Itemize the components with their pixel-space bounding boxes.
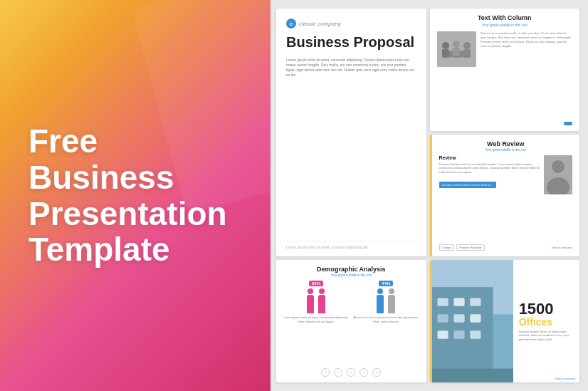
svg-rect-15: [437, 298, 448, 306]
svg-rect-7: [463, 49, 471, 58]
slide2-subtitle: Your great subtitle in this row: [437, 23, 573, 27]
slide5-col2-text: At vero eos et accusamus et iusto odio d…: [353, 316, 419, 323]
svg-point-2: [442, 42, 449, 49]
slide5-silhouette2: [375, 288, 397, 313]
slide5-col1: 56% Lorem ipsum dolor sit amet, consecte…: [283, 281, 349, 365]
slide3-title: Web Review: [439, 140, 573, 147]
slide1-logo: c classic company: [286, 19, 416, 28]
slide2-footer: [437, 122, 573, 125]
footer-icon-2: ♂: [334, 368, 342, 377]
hero-line1: Free Business: [28, 122, 174, 196]
slide3-footer: Contact Finance Solutions classic compan…: [439, 244, 573, 251]
slide1-footer: Lorem ipsum dolor sit amet, consecte adi…: [286, 241, 416, 249]
head-pink2: [319, 288, 325, 294]
footer-icon-4: ♂: [359, 368, 368, 377]
slide2-brand-dot: [564, 122, 572, 125]
slide4-body-text: Quisque feugiat, lectus at ullamcorper v…: [519, 330, 574, 342]
svg-rect-24: [453, 331, 464, 339]
hero-text-block: Free Business Presentation Template: [28, 123, 242, 267]
logo-text: classic company: [299, 21, 341, 27]
slide3-content: Review Praesent facilisis elit ut lorem …: [439, 155, 573, 243]
slide5-col1-text: Lorem ipsum dolor sit amet, consectetur …: [283, 316, 349, 323]
slide4-building-image: [432, 260, 513, 382]
slide5-badge2: 44%: [379, 281, 393, 286]
slide5-content: 56% Lorem ipsum dolor sit amet, consecte…: [283, 281, 419, 365]
footer-icon-1: ♀: [321, 368, 330, 377]
svg-rect-23: [437, 331, 448, 339]
svg-rect-26: [432, 369, 513, 382]
figure-male-2: [387, 288, 397, 313]
slide-demographic[interactable]: Demographic Analysis Your great subtitle…: [276, 260, 426, 382]
slide4-number: 1500: [519, 301, 574, 317]
slide-web-review[interactable]: Web Review Your great subtitle in this r…: [430, 135, 580, 257]
svg-rect-21: [470, 315, 481, 323]
slides-grid: c classic company Business Proposal Lore…: [271, 0, 588, 391]
head-pink: [308, 288, 313, 294]
svg-rect-5: [453, 48, 460, 56]
slide2-content: Vivamus at consectetur nulla, ac ulter n…: [437, 31, 573, 119]
slide5-silhouette1: [305, 288, 327, 313]
body-pink2: [318, 295, 325, 313]
figure-male-1: [375, 288, 385, 313]
slide5-footer: ♀ ♂ ♀ ♂ ♀: [283, 368, 419, 377]
slide2-body-text: Vivamus at consectetur nulla, ac ulter n…: [481, 31, 573, 119]
slide3-person-image: [544, 155, 572, 194]
slide3-tags: Contact Finance Solutions: [439, 244, 485, 251]
svg-point-4: [453, 41, 460, 48]
slide3-subtitle: Your great subtitle in this row: [439, 148, 573, 152]
slide3-tag-contact: Contact: [439, 244, 455, 251]
svg-rect-19: [437, 315, 448, 323]
slide5-col2: 44% At vero eos et accusamus et iusto od…: [353, 281, 419, 365]
body-gray: [388, 295, 395, 313]
slide3-review-title: Review: [439, 155, 541, 160]
slide3-logo-text: classic company: [552, 246, 572, 249]
person-portrait-graphic: [544, 155, 572, 194]
figure-female-2: [317, 288, 327, 313]
slide2-image-placeholder: [437, 31, 476, 67]
slide3-body-text: Praesent facilisis elit ut lorem blandit…: [439, 162, 541, 174]
slide-text-column[interactable]: Text With Column Your great subtitle in …: [430, 9, 580, 131]
hero-heading: Free Business Presentation Template: [28, 123, 242, 267]
slide2-title: Text With Column: [437, 14, 573, 21]
slide4-footer: classic company: [555, 377, 575, 380]
svg-point-9: [552, 160, 565, 173]
slide1-body: Lorem ipsum dolor sit amet, consecte adi…: [286, 58, 416, 78]
head-gray: [389, 288, 394, 294]
hero-line3: Template: [28, 231, 170, 268]
slide4-right: 1500 Offices Quisque feugiat, lectus at …: [513, 260, 579, 382]
svg-rect-16: [453, 298, 464, 306]
slide-offices[interactable]: 1500 Offices Quisque feugiat, lectus at …: [430, 260, 580, 382]
slide4-inner: 1500 Offices Quisque feugiat, lectus at …: [432, 260, 580, 382]
hero-line2: Presentation: [28, 195, 227, 232]
head-blue: [377, 288, 383, 294]
figure-female-1: [305, 288, 315, 313]
slide3-left: Review Praesent facilisis elit ut lorem …: [439, 155, 541, 243]
slide3-highlight: Quisque porttitor libero id ante eleifen…: [439, 182, 496, 188]
slide4-label: Offices: [519, 317, 574, 327]
people-meeting-graphic: [437, 31, 476, 67]
slide5-title: Demographic Analysis: [283, 266, 419, 273]
svg-rect-3: [442, 49, 449, 58]
slide-business-proposal[interactable]: c classic company Business Proposal Lore…: [276, 9, 426, 256]
slide5-subtitle: Your great subtitle in this row: [283, 273, 419, 277]
logo-icon: c: [286, 19, 296, 28]
slide3-image-placeholder: [544, 155, 572, 194]
svg-rect-20: [453, 315, 464, 323]
svg-rect-25: [470, 331, 481, 339]
svg-point-6: [463, 42, 471, 49]
slide2-image: [437, 31, 476, 67]
slide5-badge1: 56%: [309, 281, 323, 286]
slide1-title: Business Proposal: [286, 34, 416, 51]
footer-icon-5: ♀: [372, 368, 381, 377]
left-panel: Free Business Presentation Template: [0, 0, 271, 391]
footer-icon-3: ♀: [347, 368, 355, 377]
slide3-tag-finance: Finance Solutions: [456, 244, 485, 251]
building-graphic: [432, 260, 513, 382]
body-pink: [307, 295, 314, 313]
svg-rect-17: [470, 298, 481, 306]
body-blue: [377, 295, 384, 313]
